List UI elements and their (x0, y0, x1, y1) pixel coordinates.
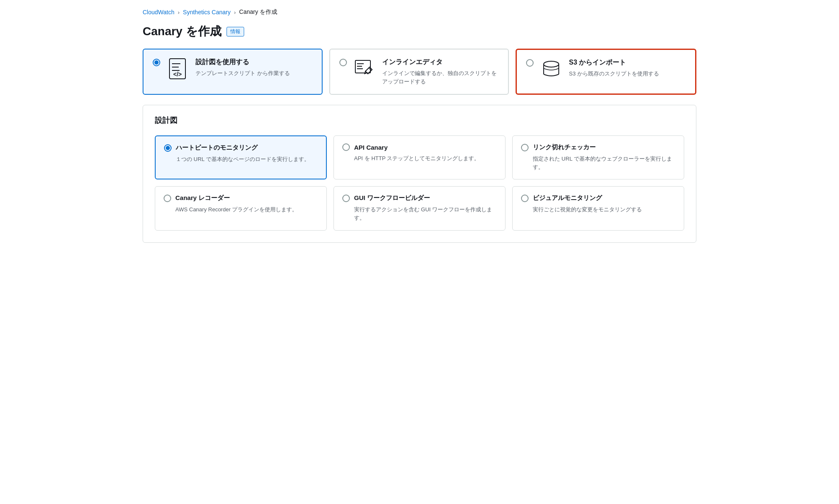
mode-card-radio-s3 (526, 59, 534, 67)
blueprint-heartbeat-header: ハートビートのモニタリング (164, 144, 318, 152)
blueprint-radio-api (342, 143, 350, 151)
blueprint-broken-link-desc: 指定された URL で基本的なウェブクローラーを実行します。 (521, 155, 675, 171)
blueprint-radio-recorder (164, 195, 171, 202)
mode-card-blueprint[interactable]: </> 設計図を使用する テンプレートスクリプト から作業する (143, 49, 323, 95)
mode-card-blueprint-text: 設計図を使用する テンプレートスクリプト から作業する (195, 58, 313, 78)
blueprint-gui-workflow-header: GUI ワークフロービルダー (342, 194, 497, 202)
blueprint-api-desc: API を HTTP ステップとしてモニタリングします。 (342, 154, 497, 163)
s3-icon (540, 58, 562, 80)
breadcrumb-synthetics[interactable]: Synthetics Canary (183, 9, 231, 16)
breadcrumb-current: Canary を作成 (239, 8, 277, 16)
blueprint-visual-desc: 実行ごとに視覚的な変更をモニタリングする (521, 205, 675, 214)
mode-card-s3-title: S3 からインポート (569, 58, 686, 67)
mode-card-s3-desc: S3 から既存のスクリプトを使用する (569, 70, 686, 78)
page-title-row: Canary を作成 情報 (143, 23, 696, 39)
mode-card-radio-blueprint (153, 59, 160, 66)
blueprint-grid: ハートビートのモニタリング １つの URL で基本的なページのロードを実行します… (155, 135, 684, 231)
mode-card-blueprint-desc: テンプレートスクリプト から作業する (195, 69, 313, 78)
blueprint-radio-broken-link (521, 144, 529, 151)
blueprint-card-api[interactable]: API Canary API を HTTP ステップとしてモニタリングします。 (334, 135, 505, 179)
mode-cards: </> 設計図を使用する テンプレートスクリプト から作業する (143, 49, 696, 95)
mode-card-inline[interactable]: インラインエディタ インラインで編集するか、独自のスクリプトをアップロードする (329, 49, 509, 95)
blueprint-radio-heartbeat (164, 144, 172, 152)
blueprint-radio-visual (521, 195, 529, 202)
blueprint-recorder-title: Canary レコーダー (175, 194, 230, 202)
blueprint-recorder-header: Canary レコーダー (164, 194, 318, 202)
blueprint-api-title: API Canary (354, 144, 388, 151)
mode-card-inline-text: インラインエディタ インラインで編集するか、独自のスクリプトをアップロードする (382, 58, 499, 86)
svg-text:</>: </> (173, 71, 182, 78)
mode-card-s3[interactable]: S3 からインポート S3 から既存のスクリプトを使用する (516, 49, 696, 95)
editor-icon (354, 58, 375, 80)
mode-card-inline-title: インラインエディタ (382, 58, 499, 67)
blueprint-recorder-desc: AWS Canary Recorder プラグインを使用します。 (164, 205, 318, 214)
blueprint-card-recorder[interactable]: Canary レコーダー AWS Canary Recorder プラグインを使… (155, 186, 327, 230)
info-badge[interactable]: 情報 (227, 27, 244, 36)
blueprint-gui-workflow-title: GUI ワークフロービルダー (354, 194, 430, 202)
blueprint-gui-workflow-desc: 実行するアクションを含む GUI ワークフローを作成します。 (342, 205, 497, 222)
code-icon: </> (167, 58, 189, 80)
breadcrumb-sep-1: › (178, 9, 180, 16)
blueprint-heartbeat-title: ハートビートのモニタリング (176, 144, 258, 152)
blueprint-heartbeat-desc: １つの URL で基本的なページのロードを実行します。 (164, 155, 318, 164)
blueprint-api-header: API Canary (342, 143, 497, 151)
breadcrumb-cloudwatch[interactable]: CloudWatch (143, 9, 175, 16)
blueprint-broken-link-header: リンク切れチェッカー (521, 143, 675, 151)
blueprint-visual-title: ビジュアルモニタリング (533, 194, 602, 202)
blueprint-card-visual[interactable]: ビジュアルモニタリング 実行ごとに視覚的な変更をモニタリングする (512, 186, 684, 230)
breadcrumb: CloudWatch › Synthetics Canary › Canary … (143, 8, 696, 16)
mode-card-radio-inline (339, 59, 347, 66)
page-container: CloudWatch › Synthetics Canary › Canary … (126, 0, 713, 260)
breadcrumb-sep-2: › (234, 9, 236, 16)
blueprint-card-heartbeat[interactable]: ハートビートのモニタリング １つの URL で基本的なページのロードを実行します… (155, 135, 327, 179)
blueprint-card-gui-workflow[interactable]: GUI ワークフロービルダー 実行するアクションを含む GUI ワークフローを作… (334, 186, 505, 230)
blueprint-section: 設計図 ハートビートのモニタリング １つの URL で基本的なページのロードを実… (143, 105, 696, 243)
blueprint-visual-header: ビジュアルモニタリング (521, 194, 675, 202)
mode-card-s3-text: S3 からインポート S3 から既存のスクリプトを使用する (569, 58, 686, 78)
blueprint-card-broken-link[interactable]: リンク切れチェッカー 指定された URL で基本的なウェブクローラーを実行します… (512, 135, 684, 179)
blueprint-section-title: 設計図 (155, 115, 684, 125)
blueprint-radio-gui-workflow (342, 195, 350, 202)
svg-point-9 (544, 61, 559, 67)
mode-card-inline-desc: インラインで編集するか、独自のスクリプトをアップロードする (382, 69, 499, 86)
blueprint-broken-link-title: リンク切れチェッカー (533, 143, 596, 151)
mode-card-blueprint-title: 設計図を使用する (195, 58, 313, 67)
page-title: Canary を作成 (143, 23, 221, 39)
